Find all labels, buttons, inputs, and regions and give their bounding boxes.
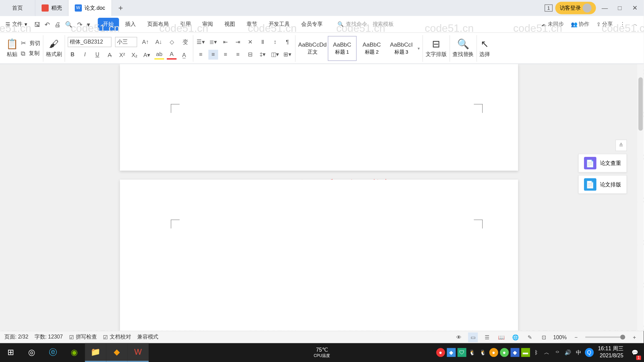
sync-status[interactable]: ☁未同步 xyxy=(541,20,564,28)
align-left-button[interactable]: ≡ xyxy=(196,50,206,59)
explorer-icon[interactable]: 📁 xyxy=(85,343,106,362)
justify-button[interactable]: ≡ xyxy=(233,50,243,59)
task-view-button[interactable]: ◎ xyxy=(21,343,42,362)
spellcheck-toggle[interactable]: ☑拼写检查 xyxy=(69,334,97,341)
tray-icon[interactable]: ◆ xyxy=(447,348,455,357)
font-size-select[interactable]: 小三 xyxy=(115,37,137,47)
sort-button[interactable]: ↕ xyxy=(270,37,280,47)
bluetooth-icon[interactable]: ᛒ xyxy=(532,348,540,357)
tray-icon[interactable]: 🛡 xyxy=(457,348,466,357)
more-icon[interactable]: ▾ xyxy=(87,21,90,28)
strike-button[interactable]: A̶ xyxy=(105,50,115,60)
align-right-button[interactable]: ≡ xyxy=(221,50,230,59)
volume-icon[interactable]: 🔊 xyxy=(564,348,572,357)
side-collapse-button[interactable]: ≙ xyxy=(615,139,627,151)
read-view-icon[interactable]: 📖 xyxy=(496,332,506,342)
bullets-button[interactable]: ☰▾ xyxy=(196,37,206,47)
style-normal[interactable]: AaBbCcDd正文 xyxy=(298,36,327,61)
zoom-level[interactable]: 100% xyxy=(553,334,567,340)
maximize-button[interactable]: □ xyxy=(613,2,626,14)
collab-button[interactable]: 👥协作 xyxy=(571,20,589,28)
tray-icon[interactable]: ● xyxy=(436,348,445,357)
numbering-button[interactable]: ≣▾ xyxy=(208,37,218,47)
italic-button[interactable]: I xyxy=(80,50,90,60)
wps-icon[interactable]: W xyxy=(127,343,149,362)
font-name-select[interactable]: 楷体_GB2312 xyxy=(68,37,111,47)
print-icon[interactable]: 🖨 xyxy=(54,21,60,28)
cut-button[interactable]: ✂剪切 xyxy=(21,39,40,47)
tab-view[interactable]: 视图 xyxy=(219,18,240,31)
style-heading3[interactable]: AaBbCcI标题 3 xyxy=(387,36,416,61)
fit-width-icon[interactable]: ⊡ xyxy=(539,332,549,342)
minimize-button[interactable]: — xyxy=(599,2,611,14)
align-center-button[interactable]: ≡ xyxy=(208,50,218,59)
command-search[interactable]: 🔍 查找命令、搜索模板 xyxy=(337,20,394,28)
zoom-knob[interactable] xyxy=(620,335,625,340)
tray-icon[interactable]: 🐧 xyxy=(468,348,477,357)
word-count[interactable]: 字数: 12307 xyxy=(35,334,63,341)
underline-button[interactable]: U xyxy=(93,50,102,60)
login-button[interactable]: 访客登录 xyxy=(555,2,596,14)
text-layout-button[interactable]: ⊟文字排版 xyxy=(426,38,447,58)
tab-devtools[interactable]: 开发工具 xyxy=(263,18,295,31)
save-icon[interactable]: 🖫 xyxy=(34,21,40,28)
notification-center[interactable]: 💬1 xyxy=(628,343,642,362)
select-button[interactable]: ↖选择 xyxy=(479,38,490,58)
shrink-font-icon[interactable]: A↓ xyxy=(154,37,164,47)
file-menu[interactable]: ☰ 文件 ▾ xyxy=(3,19,30,30)
collapse-ribbon-icon[interactable]: ︿ xyxy=(632,20,638,28)
distribute-button[interactable]: ⊟ xyxy=(246,50,255,59)
redo-icon[interactable]: ↷ xyxy=(77,21,83,28)
preview-icon[interactable]: 🔍 xyxy=(65,21,72,28)
wifi-icon[interactable]: ⌔ xyxy=(553,348,561,357)
tab-chapter[interactable]: 章节 xyxy=(241,18,262,31)
ie-icon[interactable]: ⓔ xyxy=(43,343,64,362)
paper-check-button[interactable]: 📄 论文查重 xyxy=(578,154,627,173)
more-menu-icon[interactable]: ⋮ xyxy=(620,21,625,27)
start-button[interactable]: ⊞ xyxy=(0,343,21,362)
text-direction-button[interactable]: Ⅱ xyxy=(258,37,268,47)
style-more-icon[interactable]: ▾ xyxy=(418,46,420,51)
copy-button[interactable]: ⧉复制 xyxy=(21,50,40,57)
edge-icon[interactable]: ◉ xyxy=(64,343,85,362)
tray-icon[interactable]: ● xyxy=(500,348,508,357)
tab-app[interactable]: 稻壳 xyxy=(36,0,69,16)
style-heading1[interactable]: AaBbC标题 1 xyxy=(328,36,357,61)
app-icon-1[interactable]: ◆ xyxy=(106,343,127,362)
bold-button[interactable]: B xyxy=(68,50,77,60)
document-area[interactable]: code51.cn-源码乐园盗图必究 ≙ 📄 论文查重 📄 论文排版 xyxy=(0,64,638,331)
scroll-thumb[interactable] xyxy=(638,77,643,131)
borders-button[interactable]: ⊞▾ xyxy=(282,50,292,59)
char-border-button[interactable]: A̲ xyxy=(179,50,189,60)
format-painter-button[interactable]: 🖌格式刷 xyxy=(46,38,62,58)
tab-start[interactable]: 开始 xyxy=(98,18,119,31)
decrease-indent-button[interactable]: ⇤ xyxy=(221,37,230,47)
zoom-out-button[interactable]: − xyxy=(571,332,581,342)
paste-button[interactable]: 📋粘贴 xyxy=(6,38,18,58)
page-view-icon[interactable]: ▭ xyxy=(468,332,478,342)
superscript-button[interactable]: X² xyxy=(117,50,127,60)
window-count-badge[interactable]: 1 xyxy=(545,4,553,11)
cpu-temp-widget[interactable]: 75℃ CPU温度 xyxy=(314,347,330,359)
grow-font-icon[interactable]: A↑ xyxy=(141,37,150,47)
tray-expand-icon[interactable]: ︿ xyxy=(542,348,551,357)
proofread-toggle[interactable]: ☑文档校对 xyxy=(103,334,131,341)
tab-home[interactable]: 首页 xyxy=(0,0,36,16)
tray-icon[interactable]: ● xyxy=(489,348,498,357)
style-heading2[interactable]: AaBbC标题 2 xyxy=(357,36,386,61)
eye-icon[interactable]: 👁 xyxy=(454,332,464,342)
increase-indent-button[interactable]: ⇥ xyxy=(233,37,243,47)
tab-insert[interactable]: 插入 xyxy=(120,18,141,31)
show-marks-button[interactable]: ¶ xyxy=(282,37,292,47)
tab-review[interactable]: 审阅 xyxy=(197,18,218,31)
new-tab-button[interactable]: + xyxy=(112,0,129,16)
close-button[interactable]: ✕ xyxy=(629,2,641,14)
zoom-in-button[interactable]: + xyxy=(630,332,639,342)
tab-pagelayout[interactable]: 页面布局 xyxy=(142,18,174,31)
line-spacing-button[interactable]: ‡▾ xyxy=(258,50,268,59)
share-button[interactable]: ⇪分享 xyxy=(596,20,613,28)
vertical-scrollbar[interactable] xyxy=(638,64,644,331)
phonetic-icon[interactable]: 变 xyxy=(180,37,190,47)
tray-icon[interactable]: Q xyxy=(585,348,593,357)
undo-icon[interactable]: ↶ xyxy=(45,21,50,28)
